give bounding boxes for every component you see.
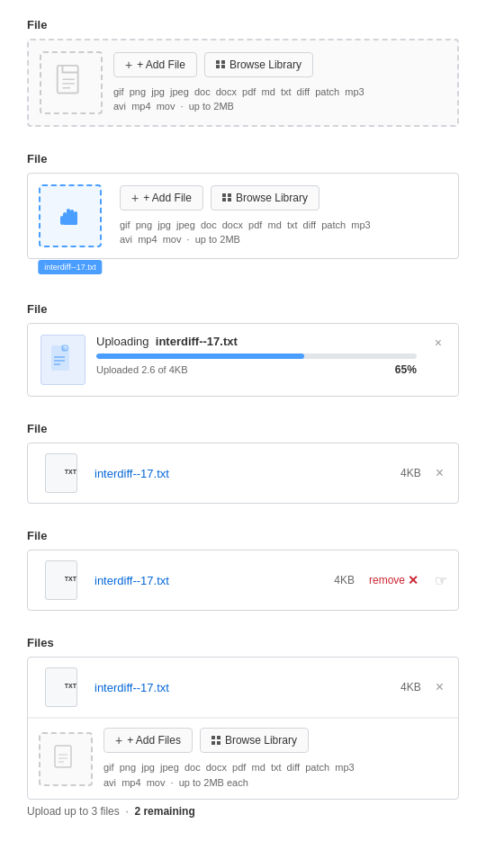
upload-count-footer: Upload up to 3 files · 2 remaining bbox=[27, 805, 459, 818]
file-section-empty: File + + Add File Browse bbox=[27, 18, 459, 127]
progress-footer: Uploaded 2.6 of 4KB 65% bbox=[96, 363, 417, 376]
remove-file-button-5[interactable]: remove ✕ bbox=[365, 571, 422, 589]
grid-icon-1 bbox=[216, 60, 225, 69]
file-empty-info: + + Add File Browse Library gif png jpg … bbox=[113, 52, 446, 114]
add-files-button[interactable]: + + Add Files bbox=[104, 728, 193, 753]
file-drag-info: + + Add File Browse Library gif png jpg … bbox=[120, 185, 447, 247]
files-label: Files bbox=[27, 636, 459, 649]
uploaded-filesize-4: 4KB bbox=[400, 467, 421, 479]
svg-rect-8 bbox=[63, 221, 77, 225]
percent-label: 65% bbox=[395, 363, 417, 376]
files-btn-row: + + Add Files Browse Library bbox=[104, 728, 447, 753]
add-file-button-2[interactable]: + + Add File bbox=[120, 185, 203, 210]
files-filename-1: interdiff--17.txt bbox=[94, 681, 382, 694]
files-add-info: + + Add Files Browse Library gif png jpg… bbox=[104, 728, 447, 790]
browse-library-button-files[interactable]: Browse Library bbox=[200, 728, 309, 753]
remove-file-button-4[interactable]: × bbox=[432, 464, 447, 482]
uploaded-filename-4: interdiff--17.txt bbox=[94, 467, 382, 480]
uploaded-file-icon-wrapper: TXT bbox=[39, 451, 84, 496]
plus-icon-1: + bbox=[125, 58, 132, 72]
svg-rect-9 bbox=[60, 216, 64, 225]
file-drag-icon-wrapper: interdiff--17.txt bbox=[39, 184, 102, 247]
uploaded-filesize-5: 4KB bbox=[334, 574, 355, 586]
uploaded-filename-5: interdiff--17.txt bbox=[94, 574, 316, 587]
file-section-uploading: File Uploading interdiff--17.txt Uploade… bbox=[27, 302, 459, 397]
files-multi-box: TXT interdiff--17.txt 4KB × + bbox=[27, 657, 459, 800]
files-drop-icon bbox=[39, 732, 93, 786]
uploading-file-icon bbox=[40, 335, 86, 385]
file-drop-icon-drag bbox=[39, 184, 102, 247]
file-dropzone-empty[interactable]: + + Add File Browse Library gif png jpg … bbox=[27, 39, 459, 127]
browse-library-button-1[interactable]: Browse Library bbox=[204, 52, 313, 77]
files-file-icon-1: TXT bbox=[45, 667, 77, 707]
uploaded-file-row: TXT interdiff--17.txt 4KB × bbox=[27, 443, 459, 504]
cancel-upload-button[interactable]: × bbox=[431, 335, 446, 351]
file-dropzone-drag[interactable]: interdiff--17.txt + + Add File Browse Li… bbox=[27, 173, 459, 259]
files-add-row: + + Add Files Browse Library gif png jpg… bbox=[28, 718, 458, 799]
grid-icon-2 bbox=[222, 193, 231, 202]
browse-library-button-2[interactable]: Browse Library bbox=[211, 185, 320, 210]
files-row-1: TXT interdiff--17.txt 4KB × bbox=[28, 658, 458, 718]
file-types-2: gif png jpg jpeg doc docx pdf md txt dif… bbox=[120, 218, 447, 247]
svg-rect-10 bbox=[51, 345, 69, 371]
file-btn-row-1: + + Add File Browse Library bbox=[113, 52, 446, 77]
files-filesize-1: 4KB bbox=[400, 681, 421, 694]
add-file-button-1[interactable]: + + Add File bbox=[113, 52, 197, 77]
file-label-4: File bbox=[27, 422, 459, 435]
progress-bar-fill bbox=[96, 353, 304, 359]
upload-status-label: Uploading interdiff--17.txt bbox=[96, 335, 417, 348]
remove-x-icon: ✕ bbox=[408, 573, 418, 587]
files-remove-button-1[interactable]: × bbox=[432, 678, 447, 696]
file-label-5: File bbox=[27, 529, 459, 542]
uploaded-file-icon-5: TXT bbox=[45, 560, 77, 600]
plus-icon-2: + bbox=[131, 191, 139, 205]
file-section-drag: File interdiff--17.txt bbox=[27, 152, 459, 259]
file-label-1: File bbox=[27, 18, 459, 31]
uploaded-of-label: Uploaded 2.6 of 4KB bbox=[96, 364, 188, 375]
svg-rect-15 bbox=[55, 746, 71, 767]
file-label-3: File bbox=[27, 302, 459, 316]
file-types-1: gif png jpg jpeg doc docx pdf md txt dif… bbox=[113, 85, 446, 114]
file-btn-row-2: + + Add File Browse Library bbox=[120, 185, 447, 210]
plus-icon-files: + bbox=[115, 733, 122, 747]
files-file-icon-wrapper-1: TXT bbox=[39, 665, 84, 710]
hand-cursor-icon: ☞ bbox=[435, 572, 447, 589]
file-label-2: File bbox=[27, 152, 459, 166]
files-section-multi: Files TXT interdiff--17.txt 4KB × bbox=[27, 636, 459, 818]
grid-icon-files bbox=[212, 736, 220, 745]
uploaded-file-row-remove: TXT interdiff--17.txt 4KB remove ✕ ☞ bbox=[27, 550, 459, 611]
file-upload-progress-box: Uploading interdiff--17.txt Uploaded 2.6… bbox=[27, 323, 459, 397]
drag-badge: interdiff--17.txt bbox=[38, 260, 102, 274]
uploaded-file-icon: TXT bbox=[45, 453, 77, 493]
file-section-uploaded-remove: File TXT interdiff--17.txt 4KB remove ✕ … bbox=[27, 529, 459, 611]
upload-info: Uploading interdiff--17.txt Uploaded 2.6… bbox=[96, 335, 417, 376]
progress-bar-bg bbox=[96, 353, 417, 359]
remaining-label: 2 remaining bbox=[134, 805, 194, 818]
file-drop-icon-empty bbox=[40, 51, 103, 114]
files-file-types: gif png jpg jpeg doc docx pdf md txt dif… bbox=[104, 760, 447, 790]
uploaded-file-icon-wrapper-5: TXT bbox=[39, 558, 84, 603]
file-section-uploaded: File TXT interdiff--17.txt 4KB × bbox=[27, 422, 459, 504]
